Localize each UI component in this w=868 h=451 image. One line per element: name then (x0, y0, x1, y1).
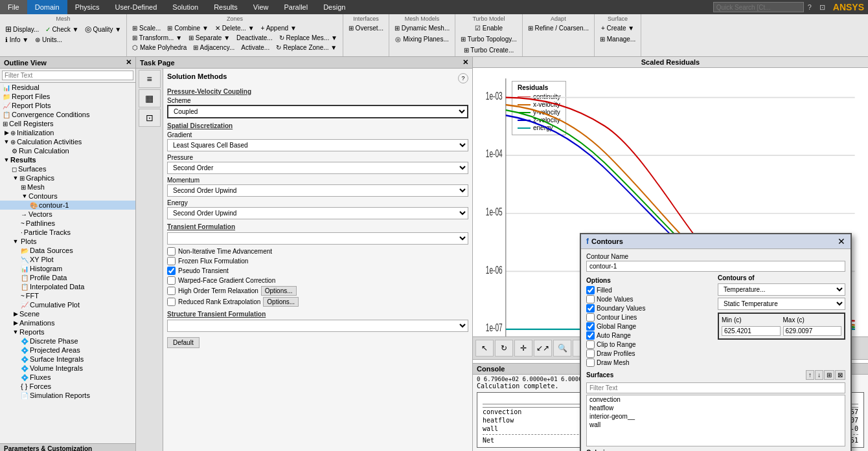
create-surface-btn[interactable]: + Create ▼ (599, 23, 637, 33)
tree-projected-areas[interactable]: 💠Projected Areas (0, 346, 135, 355)
window-icon[interactable]: ⊡ (816, 3, 829, 12)
warped-face-checkbox[interactable] (167, 276, 176, 285)
help-icon-sm[interactable]: ? (458, 73, 468, 83)
surfaces-sort-asc-btn[interactable]: ↑ (806, 370, 814, 380)
opt-boundary-values-checkbox[interactable] (586, 304, 595, 313)
task-panel-close-icon[interactable]: ✕ (463, 58, 468, 67)
make-polyhedra-btn[interactable]: ⬡ Make Polyhedra (130, 43, 189, 52)
surfaces-select-all-btn[interactable]: ⊞ (824, 370, 834, 380)
display-btn[interactable]: ⊞ Display... (3, 23, 41, 35)
surface-heatflow[interactable]: heatflow (587, 404, 845, 412)
tree-profile-data[interactable]: 📋Profile Data (0, 273, 135, 282)
pressure-select[interactable]: Second Order (167, 162, 468, 174)
chart-select-btn[interactable]: ↖ (475, 340, 494, 357)
tree-reports[interactable]: ▼Reports (0, 327, 135, 336)
contours-of-sub-select[interactable]: Static Temperature (718, 298, 845, 310)
tree-report-plots[interactable]: 📈Report Plots (0, 101, 135, 110)
replace-mesh-btn[interactable]: ↻ Replace Mes... ▼ (277, 33, 340, 43)
adjacency-btn[interactable]: ⊞ Adjacency... (190, 43, 237, 52)
structure-transient-select[interactable] (167, 320, 468, 332)
tree-surfaces[interactable]: ◻Surfaces (0, 164, 135, 173)
tree-fluxes[interactable]: 💠Fluxes (0, 373, 135, 382)
min-input[interactable] (722, 326, 781, 336)
chart-zoom-in-btn[interactable]: ↙↗ (534, 340, 552, 357)
contours-of-select[interactable]: Temperature... (718, 283, 845, 296)
tree-mesh[interactable]: ⊞Mesh (0, 182, 135, 192)
chart-orbit-btn[interactable]: ↻ (495, 340, 513, 357)
chart-zoom-rect-btn[interactable]: 🔍 (553, 340, 571, 357)
tree-report-files[interactable]: 📁Report Files (0, 92, 135, 101)
menu-solution[interactable]: Solution (165, 0, 206, 14)
max-input[interactable] (783, 326, 842, 336)
activate-btn[interactable]: Activate... (238, 43, 272, 52)
outline-footer[interactable]: Parameters & Customization (0, 443, 135, 451)
gradient-select[interactable]: Least Squares Cell Based (167, 139, 468, 151)
opt-draw-profiles-checkbox[interactable] (586, 349, 595, 358)
menu-user-defined[interactable]: User-Defined (108, 0, 165, 14)
tree-particle-tracks[interactable]: ·Particle Tracks (0, 228, 135, 237)
surface-interior-geom[interactable]: interior-geom__ (587, 412, 845, 421)
scale-btn[interactable]: ⊞ Scale... (130, 23, 163, 33)
menu-domain[interactable]: Domain (27, 0, 67, 14)
refine-coarsen-btn[interactable]: ⊞ Refine / Coarsen... (525, 23, 591, 33)
tree-calc-activities[interactable]: ▼⊛Calculation Activities (0, 137, 135, 146)
replace-zone-btn[interactable]: ↻ Replace Zone... ▼ (273, 43, 339, 52)
tree-convergence[interactable]: 📋Convergence Conditions (0, 110, 135, 119)
tree-forces[interactable]: { } Forces (0, 382, 135, 391)
delete-btn[interactable]: ✕ Delete... ▼ (212, 23, 257, 33)
transform-btn[interactable]: ⊞ Transform... ▼ (130, 33, 185, 43)
tree-interpolated[interactable]: 📋Interpolated Data (0, 282, 135, 291)
task-left-btn-3[interactable]: ⊡ (139, 109, 161, 127)
contours-dialog-close-icon[interactable]: ✕ (838, 236, 845, 247)
tree-contours[interactable]: ▼Contours (0, 192, 135, 201)
tree-results[interactable]: ▼Results (0, 155, 135, 164)
tree-plots[interactable]: ▼Plots (0, 237, 135, 246)
check-btn[interactable]: ✓ Check ▼ (43, 25, 81, 34)
menu-physics[interactable]: Physics (67, 0, 108, 14)
non-iterative-checkbox[interactable] (167, 247, 176, 256)
opt-draw-mesh-checkbox[interactable] (586, 358, 595, 367)
deactivate-btn[interactable]: Deactivate... (234, 33, 275, 43)
opt-contour-lines-checkbox[interactable] (586, 313, 595, 322)
contours-dialog-header[interactable]: f Contours ✕ (581, 234, 851, 249)
tree-sim-reports[interactable]: 📄Simulation Reports (0, 391, 135, 400)
task-left-btn-2[interactable]: ▦ (139, 89, 161, 107)
pseudo-transient-checkbox[interactable] (167, 267, 176, 275)
chart-pan-btn[interactable]: ✛ (514, 340, 532, 357)
reduced-rank-checkbox[interactable] (167, 298, 176, 306)
opt-node-values-checkbox[interactable] (586, 295, 595, 303)
opt-filled-checkbox[interactable] (586, 286, 595, 294)
menu-file[interactable]: File (0, 0, 27, 14)
menu-view[interactable]: View (246, 0, 277, 14)
tree-animations[interactable]: ▶Animations (0, 318, 135, 327)
contour-name-input[interactable] (586, 261, 845, 272)
outline-filter-input[interactable] (2, 71, 133, 80)
dynamic-mesh-btn[interactable]: ⊞ Dynamic Mesh... (392, 23, 452, 33)
default-btn[interactable]: Default (167, 337, 200, 348)
tree-xy-plot[interactable]: 📉XY Plot (0, 255, 135, 264)
separate-btn[interactable]: ⊞ Separate ▼ (186, 33, 233, 43)
opt-global-range-checkbox[interactable] (586, 322, 595, 331)
menu-parallel[interactable]: Parallel (276, 0, 315, 14)
energy-select[interactable]: Second Order Upwind (167, 207, 468, 219)
high-order-options-btn[interactable]: Options... (261, 286, 297, 296)
manage-surface-btn[interactable]: ⊞ Manage... (597, 34, 638, 44)
surfaces-filter-input[interactable] (586, 382, 845, 393)
task-left-btn-1[interactable]: ≡ (139, 70, 161, 88)
info-btn[interactable]: ℹ Info ▼ (3, 35, 31, 45)
quality-btn[interactable]: ◎ Quality ▼ (82, 23, 124, 35)
tree-run-calc[interactable]: ⚙Run Calculation (0, 146, 135, 155)
help-icon[interactable]: ? (804, 3, 816, 11)
surface-wall[interactable]: wall (587, 421, 845, 429)
scheme-select[interactable]: Coupled SIMPLE SIMPLEC PISO (167, 105, 468, 118)
tree-cumulative-plot[interactable]: 📈Cumulative Plot (0, 300, 135, 309)
tree-volume-integrals[interactable]: 💠Volume Integrals (0, 364, 135, 373)
quick-search-input[interactable] (713, 2, 804, 12)
tree-initialization[interactable]: ▶⊛Initialization (0, 128, 135, 137)
tree-scene[interactable]: ▶Scene (0, 309, 135, 318)
tree-data-sources[interactable]: 📂Data Sources (0, 246, 135, 255)
menu-results[interactable]: Results (206, 0, 246, 14)
tree-vectors[interactable]: →Vectors (0, 210, 135, 219)
combine-btn[interactable]: ⊞ Combine ▼ (165, 23, 211, 33)
tree-cell-registers[interactable]: ⊞Cell Registers (0, 119, 135, 128)
